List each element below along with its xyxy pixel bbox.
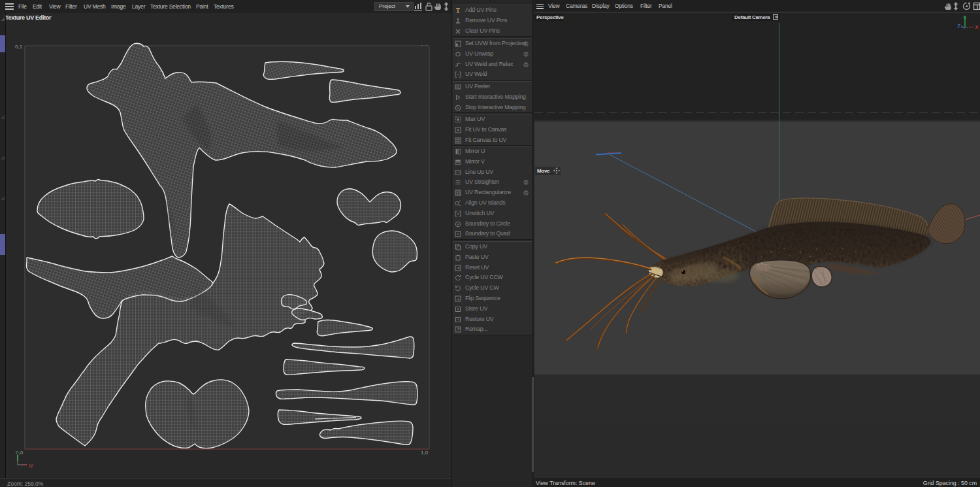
svg-text:Z: Z — [958, 23, 961, 29]
svg-text:Y: Y — [963, 14, 966, 20]
svg-text:U: U — [29, 463, 33, 469]
svg-text:X: X — [975, 24, 979, 30]
